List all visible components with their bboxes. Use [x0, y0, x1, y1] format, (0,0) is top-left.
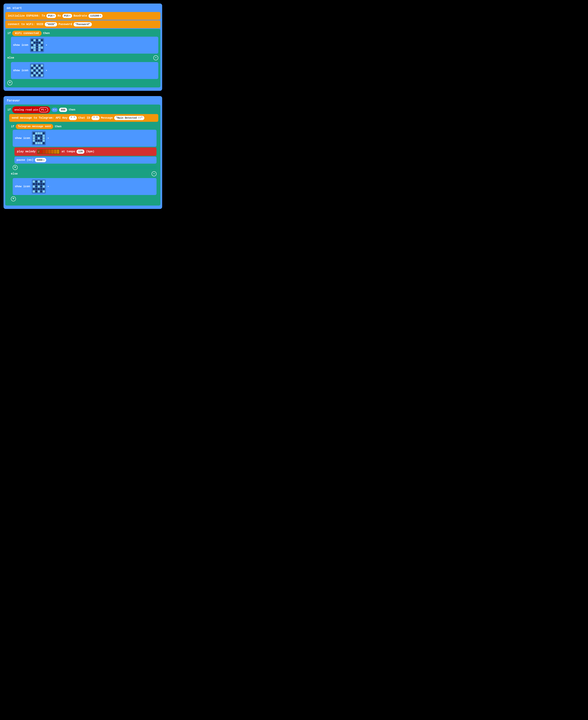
- analog-condition[interactable]: analog read pin P1 ▼: [12, 106, 50, 114]
- esp8266-init-block: initialize ESP8266: Tx P16 ▼ Rx P15 ▼ Ba…: [5, 12, 161, 20]
- play-melody-block: play melody ♪ at tempo 120 (bpm): [15, 147, 156, 156]
- add-block-button-inner[interactable]: +: [13, 165, 18, 170]
- else-row-1: else −: [7, 54, 158, 61]
- else-label-2: else: [11, 172, 18, 176]
- if-telegram-row: if Telegram message sent then: [11, 124, 156, 129]
- message-label: Message: [101, 116, 113, 120]
- else-row-2: else −: [11, 170, 156, 177]
- main-container: on start initialize ESP8266: Tx P16 ▼ Rx…: [3, 3, 162, 209]
- show-icon-label-3: show icon: [15, 137, 30, 140]
- tx-arrow-icon: ▼: [53, 15, 54, 17]
- esp8266-text: initialize ESP8266: Tx: [8, 14, 45, 18]
- add-block-button-bottom[interactable]: +: [11, 197, 16, 201]
- forever-block: forever if analog read pin P1 ▼ < ▼ 800: [3, 96, 162, 209]
- if-analog-row: if analog read pin P1 ▼ < ▼ 800 then: [7, 106, 158, 114]
- led-dropdown-arrow-1[interactable]: ▼: [46, 44, 47, 46]
- send-telegram-block: send message to Telegram: API Key " " Ch…: [9, 114, 158, 122]
- then-label-3: then: [55, 125, 61, 128]
- show-icon-disconnected: show icon ▼: [11, 62, 158, 79]
- note-icon: ♪: [38, 150, 40, 153]
- if-label-1: if: [7, 32, 11, 35]
- ssid-input[interactable]: "SSID": [45, 22, 57, 26]
- if-analog-block: if analog read pin P1 ▼ < ▼ 800 then: [5, 105, 161, 206]
- then-label-1: then: [43, 32, 50, 35]
- if-wifi-row: if WiFi connected then: [7, 31, 158, 36]
- wifi-connected-condition[interactable]: WiFi connected: [12, 31, 41, 36]
- on-start-label: on start: [5, 5, 161, 11]
- wifi-connect-block: connect to WiFi: SSID "SSID" Password "P…: [5, 20, 161, 28]
- baudrate-label: Baudrate: [74, 14, 87, 18]
- led-grid-disconnected[interactable]: [30, 63, 44, 78]
- plus-row-inner: +: [11, 164, 156, 170]
- chat-id-input[interactable]: " ": [91, 116, 99, 120]
- show-icon-telegram: show icon ▼: [13, 130, 156, 147]
- threshold-input[interactable]: 800: [59, 108, 67, 112]
- on-start-block: on start initialize ESP8266: Tx P16 ▼ Rx…: [3, 3, 162, 91]
- pause-dropdown[interactable]: 5000 ▼: [35, 158, 46, 162]
- tempo-label: at tempo: [62, 150, 75, 153]
- plus-row-bottom: +: [11, 196, 156, 202]
- pause-block: pause (ms) 5000 ▼: [15, 157, 156, 164]
- plus-row-1: +: [7, 80, 158, 86]
- send-telegram-text: send message to Telegram: API Key: [12, 116, 67, 120]
- tx-dropdown[interactable]: P16 ▼: [46, 14, 56, 18]
- then-label-2: then: [68, 108, 75, 111]
- else-label-1: else: [7, 56, 14, 59]
- pin-dropdown[interactable]: P1 ▼: [39, 107, 48, 112]
- if-label-3: if: [11, 125, 14, 128]
- baudrate-arrow-icon: ▼: [100, 15, 101, 17]
- else-minus-button-2[interactable]: −: [152, 171, 156, 176]
- if-telegram-block: if Telegram message sent then show icon …: [9, 123, 158, 203]
- else-minus-button-1[interactable]: −: [153, 55, 158, 60]
- melody-bar[interactable]: ♪: [37, 149, 60, 154]
- pause-arrow-icon: ▼: [43, 159, 44, 161]
- if-wifi-block: if WiFi connected then show icon ▼ else …: [5, 29, 161, 87]
- if-label-2: if: [7, 108, 11, 111]
- show-icon-label-4: show icon: [15, 185, 30, 188]
- chat-id-label: Chat ID: [78, 116, 90, 120]
- led-grid-telegram[interactable]: [32, 131, 46, 145]
- api-key-input[interactable]: " ": [69, 116, 77, 120]
- operator-arrow-icon: ▼: [55, 109, 56, 111]
- pin-arrow-icon: ▼: [45, 109, 46, 111]
- telegram-sent-condition[interactable]: Telegram message sent: [16, 124, 53, 129]
- rx-dropdown[interactable]: P15 ▼: [62, 14, 72, 18]
- password-label: Password: [59, 23, 72, 26]
- message-input[interactable]: "Rain Detected !!": [114, 116, 144, 120]
- show-icon-label-2: show icon: [13, 69, 28, 72]
- led-dropdown-arrow-4[interactable]: ▼: [48, 186, 49, 188]
- led-dropdown-arrow-2[interactable]: ▼: [46, 70, 47, 71]
- operator-pill[interactable]: < ▼: [51, 108, 58, 112]
- show-icon-connected: show icon ▼: [11, 37, 158, 54]
- led-grid-connected[interactable]: [30, 38, 44, 52]
- bpm-label: (bpm): [86, 150, 94, 153]
- rx-label: Rx: [58, 14, 61, 18]
- show-icon-else: show icon ▼: [13, 178, 156, 195]
- baudrate-dropdown[interactable]: 115200 ▼: [88, 14, 103, 18]
- play-melody-text: play melody: [17, 150, 36, 153]
- led-dropdown-arrow-3[interactable]: ▼: [48, 137, 49, 139]
- wifi-connect-text: connect to WiFi: SSID: [8, 23, 43, 26]
- tempo-input[interactable]: 120: [77, 149, 84, 154]
- pause-text: pause (ms): [17, 159, 34, 162]
- rx-arrow-icon: ▼: [69, 15, 70, 17]
- password-input[interactable]: "Password": [74, 22, 92, 26]
- forever-label: forever: [5, 98, 161, 104]
- add-else-button-1[interactable]: +: [7, 80, 12, 85]
- led-grid-else[interactable]: [32, 180, 46, 193]
- show-icon-label-1: show icon: [13, 44, 28, 47]
